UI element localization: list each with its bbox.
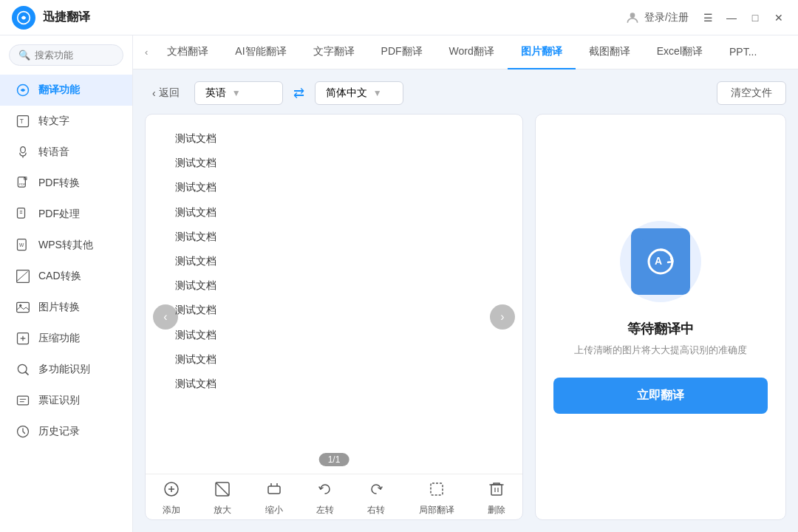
delete-icon [488, 480, 505, 502]
sidebar-item-label-history: 历史记录 [38, 425, 80, 438]
target-lang-arrow-icon: ▼ [373, 88, 382, 98]
add-label: 添加 [163, 504, 180, 516]
local-translate-tool-button[interactable]: 局部翻译 [419, 480, 454, 516]
maximize-button[interactable]: □ [748, 10, 763, 25]
tabbar: ‹ 文档翻译AI智能翻译文字翻译PDF翻译Word翻译图片翻译截图翻译Excel… [133, 35, 798, 69]
multi-ocr-icon [15, 361, 31, 378]
sidebar-item-compress[interactable]: 压缩功能 [0, 323, 132, 354]
svg-point-5 [21, 147, 26, 153]
sidebar-item-label-speech: 转语音 [38, 146, 69, 159]
zoom-out-label: 缩小 [265, 504, 283, 516]
translator-area: ‹ 返回 英语 ▼ ⇄ 简体中文 ▼ 清空文件 测试文档测试文档测试文档测试 [133, 69, 798, 532]
back-button[interactable]: ‹ 返回 [145, 82, 187, 104]
translate-icon-wrap: A [620, 221, 701, 302]
speech-icon [15, 144, 31, 160]
pdf-process-icon [15, 206, 31, 222]
sidebar-item-label-multi-ocr: 多功能识别 [38, 363, 90, 376]
tab-excel[interactable]: Excel翻译 [644, 35, 716, 69]
svg-rect-36 [431, 483, 443, 495]
doc-line: 测试文档 [175, 228, 493, 246]
rotate-left-tool-button[interactable]: 左转 [316, 480, 334, 516]
rotate-right-icon [367, 480, 385, 502]
history-icon [15, 423, 31, 440]
ocr-icon: T [15, 113, 31, 129]
sidebar-item-ticket-ocr[interactable]: 票证识别 [0, 385, 132, 416]
sidebar-item-label-ocr: 转文字 [38, 115, 69, 128]
back-label: 返回 [159, 86, 180, 100]
local-translate-icon [428, 480, 446, 502]
zoom-in-icon [214, 480, 231, 502]
tab-back-arrow[interactable]: ‹ [145, 47, 148, 58]
doc-line: 测试文档 [175, 375, 493, 393]
swap-langs-button[interactable]: ⇄ [290, 82, 307, 104]
source-lang-select[interactable]: 英语 ▼ [194, 81, 283, 105]
sidebar-item-multi-ocr[interactable]: 多功能识别 [0, 354, 132, 385]
clear-files-button[interactable]: 清空文件 [717, 81, 786, 105]
status-text: 等待翻译中 [627, 320, 694, 338]
tab-doc[interactable]: 文档翻译 [154, 35, 222, 69]
left-panel: 测试文档测试文档测试文档测试文档测试文档测试文档测试文档测试文档测试文档测试文档… [145, 114, 523, 520]
tab-screenshot[interactable]: 截图翻译 [576, 35, 644, 69]
image-toolbar: 添加放大缩小左转右转局部翻译删除 [146, 474, 522, 519]
target-lang-label: 简体中文 [326, 86, 367, 100]
sidebar-item-history[interactable]: 历史记录 [0, 416, 132, 447]
tab-ai[interactable]: AI智能翻译 [222, 35, 299, 69]
translate-now-button[interactable]: 立即翻译 [553, 378, 768, 414]
login-button[interactable]: 登录/注册 [625, 10, 689, 25]
window-controls: ☰ — □ ✕ [700, 10, 786, 25]
rotate-left-icon [316, 480, 334, 502]
search-box[interactable]: 🔍 [9, 44, 123, 66]
sidebar-item-wps-other[interactable]: WWPS转其他 [0, 230, 132, 261]
zoom-in-tool-button[interactable]: 放大 [214, 480, 231, 516]
sidebar-item-cad[interactable]: CAD转换 [0, 261, 132, 292]
ticket-ocr-icon [15, 392, 31, 409]
login-label: 登录/注册 [644, 11, 689, 24]
prev-page-button[interactable]: ‹ [153, 304, 178, 330]
sidebar-item-pdf-process[interactable]: PDF处理 [0, 199, 132, 230]
translate-icon: A [631, 228, 690, 295]
minimize-button[interactable]: — [724, 10, 739, 25]
source-lang-arrow-icon: ▼ [232, 88, 241, 98]
search-input[interactable] [35, 50, 114, 61]
sidebar-item-label-compress: 压缩功能 [38, 332, 80, 345]
tab-image[interactable]: 图片翻译 [508, 35, 576, 69]
svg-line-23 [25, 372, 28, 375]
main-content: ‹ 文档翻译AI智能翻译文字翻译PDF翻译Word翻译图片翻译截图翻译Excel… [133, 35, 798, 532]
target-lang-select[interactable]: 简体中文 ▼ [315, 81, 403, 105]
tab-word[interactable]: Word翻译 [436, 35, 508, 69]
tab-ppt[interactable]: PPT... [716, 35, 770, 69]
tab-text[interactable]: 文字翻译 [300, 35, 368, 69]
rotate-left-label: 左转 [316, 504, 334, 516]
doc-preview: 测试文档测试文档测试文档测试文档测试文档测试文档测试文档测试文档测试文档测试文档… [146, 115, 522, 474]
tab-pdf[interactable]: PDF翻译 [368, 35, 436, 69]
doc-line: 测试文档 [175, 154, 493, 172]
right-panel: A 等待翻译中 上传清晰的图片将大大提高识别的准确度 立即翻译 [535, 114, 786, 520]
zoom-out-tool-button[interactable]: 缩小 [265, 480, 283, 516]
sidebar-item-pdf-convert[interactable]: PDFPDF转换 [0, 168, 132, 199]
doc-line: 测试文档 [175, 203, 493, 222]
back-arrow-icon: ‹ [152, 87, 156, 99]
app-title: 迅捷翻译 [43, 10, 90, 25]
svg-rect-37 [491, 485, 502, 495]
source-lang-label: 英语 [205, 86, 226, 100]
compress-icon [15, 330, 31, 347]
app-logo [12, 6, 35, 30]
main-layout: 🔍 翻译功能T转文字转语音PDFPDF转换PDF处理WWPS转其他CAD转换图片… [0, 35, 798, 532]
next-page-button[interactable]: › [490, 304, 515, 330]
local-translate-label: 局部翻译 [419, 504, 454, 516]
add-tool-button[interactable]: 添加 [163, 480, 180, 516]
sidebar-item-translate[interactable]: 翻译功能 [0, 75, 132, 106]
sidebar-item-image-convert[interactable]: 图片转换 [0, 292, 132, 323]
svg-rect-33 [268, 486, 280, 494]
delete-label: 删除 [488, 504, 505, 516]
doc-line: 测试文档 [175, 326, 493, 344]
close-button[interactable]: ✕ [771, 10, 786, 25]
svg-line-16 [17, 271, 28, 281]
sidebar-item-speech[interactable]: 转语音 [0, 137, 132, 168]
rotate-right-tool-button[interactable]: 右转 [367, 480, 385, 516]
delete-tool-button[interactable]: 删除 [488, 480, 505, 516]
sidebar-item-ocr[interactable]: T转文字 [0, 106, 132, 137]
menu-button[interactable]: ☰ [700, 10, 715, 25]
svg-text:W: W [19, 242, 24, 248]
cad-icon [15, 268, 31, 284]
